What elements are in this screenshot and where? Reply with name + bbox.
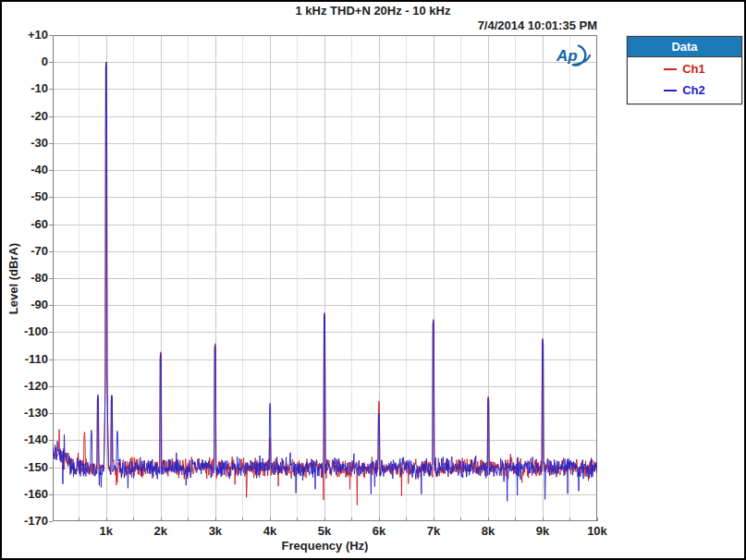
- y-tick-label: -70: [0, 245, 48, 258]
- x-tick-label: 5k: [297, 524, 352, 538]
- x-axis-title: Frequency (Hz): [53, 539, 597, 553]
- y-tick-label: 0: [0, 55, 48, 68]
- x-tick-label: 3k: [188, 524, 243, 538]
- x-tick-label: 10k: [569, 524, 625, 538]
- y-tick-label: -120: [0, 380, 48, 393]
- ch2-line-swatch: [664, 90, 677, 91]
- legend-panel[interactable]: Data Ch1 Ch2: [627, 36, 742, 104]
- y-tick-label: -160: [0, 488, 48, 501]
- legend-item-label: Ch1: [682, 62, 705, 76]
- audio-precision-logo: Ap: [554, 43, 594, 70]
- legend-item-ch2[interactable]: Ch2: [628, 79, 741, 101]
- y-tick-label: -90: [0, 298, 48, 311]
- y-tick-label: -20: [0, 110, 48, 123]
- y-tick-label: -150: [0, 461, 48, 474]
- y-tick-label: +10: [0, 29, 48, 42]
- x-tick-label: 4k: [242, 524, 298, 538]
- y-tick-label: -10: [0, 82, 48, 95]
- y-tick-label: -60: [0, 218, 48, 231]
- x-tick-label: 1k: [79, 524, 134, 538]
- y-tick-label: -110: [0, 353, 48, 366]
- y-tick-label: -130: [0, 407, 48, 420]
- legend-body: Ch1 Ch2: [628, 57, 741, 103]
- x-tick-label: 9k: [515, 524, 570, 538]
- ch1-line-swatch: [664, 68, 677, 70]
- logo-text: Ap: [556, 47, 578, 65]
- legend-item-ch1[interactable]: Ch1: [628, 58, 741, 79]
- x-tick-label: 2k: [133, 524, 189, 538]
- x-tick-label: 7k: [406, 524, 461, 538]
- x-tick-label: 6k: [351, 524, 407, 538]
- y-tick-label: -100: [0, 325, 48, 338]
- legend-header[interactable]: Data: [628, 37, 741, 57]
- y-tick-label: -80: [0, 272, 48, 285]
- x-tick-label: 8k: [460, 524, 516, 538]
- y-tick-label: -30: [0, 137, 48, 150]
- y-tick-label: -140: [0, 433, 48, 446]
- y-tick-label: -40: [0, 164, 48, 177]
- y-tick-label: -50: [0, 190, 48, 203]
- y-tick-label: -170: [0, 515, 48, 528]
- legend-item-label: Ch2: [682, 83, 705, 97]
